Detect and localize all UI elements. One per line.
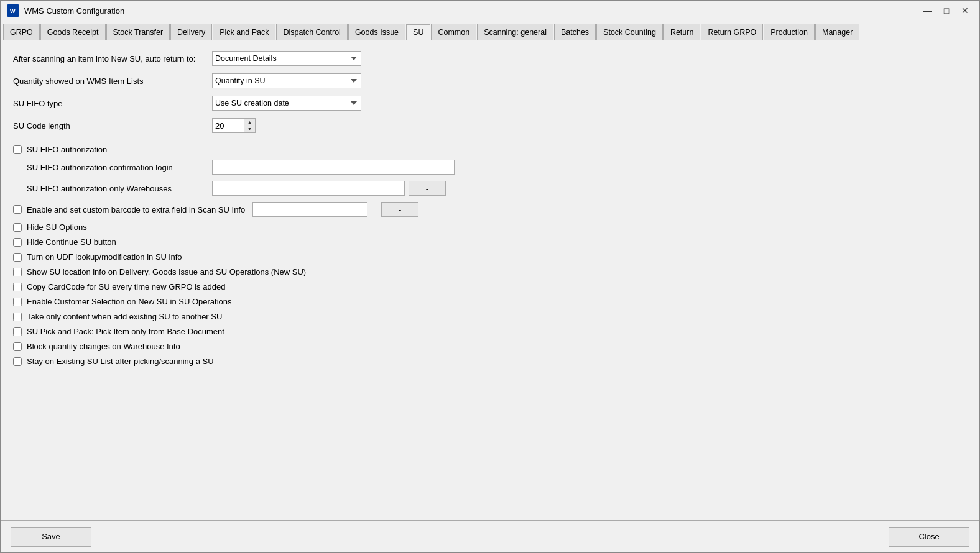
block-qty-label: Block quantity changes on Warehouse Info: [27, 342, 180, 351]
take-content-checkbox[interactable]: [13, 313, 22, 321]
su-pick-pack-row: SU Pick and Pack: Pick Item only from Ba…: [13, 327, 967, 336]
tab-pick-and-pack[interactable]: Pick and Pack: [213, 24, 275, 40]
qty-row: Quantity showed on WMS Item Lists Quanti…: [13, 73, 967, 89]
bottom-bar: Save Close: [1, 520, 979, 552]
su-code-length-input[interactable]: 20: [213, 119, 244, 132]
tab-goods-issue[interactable]: Goods Issue: [348, 24, 405, 40]
close-button[interactable]: Close: [889, 527, 969, 547]
block-qty-row: Block quantity changes on Warehouse Info: [13, 342, 967, 351]
auth-warehouses-dash-button[interactable]: -: [409, 181, 446, 196]
tab-scanning-general[interactable]: Scanning: general: [477, 24, 553, 40]
auth-warehouses-row: SU FIFO authorization only Warehouses -: [13, 181, 967, 196]
block-qty-checkbox[interactable]: [13, 342, 22, 351]
copy-cardcode-checkbox[interactable]: [13, 283, 22, 291]
tab-bar: GRPOGoods ReceiptStock TransferDeliveryP…: [1, 21, 979, 40]
tab-stock-counting[interactable]: Stock Counting: [596, 24, 663, 40]
fifo-auth-label: SU FIFO authorization: [27, 145, 107, 154]
customer-selection-row: Enable Customer Selection on New SU in S…: [13, 297, 967, 306]
scan-return-row: After scanning an item into New SU, auto…: [13, 50, 967, 66]
customer-selection-label: Enable Customer Selection on New SU in S…: [27, 297, 232, 306]
fifo-type-row: SU FIFO type Use SU creation dateUse ite…: [13, 95, 967, 111]
take-content-row: Take only content when add existing SU t…: [13, 312, 967, 321]
barcode-label: Enable and set custom barcode to extra f…: [27, 205, 245, 214]
svg-text:W: W: [10, 8, 16, 14]
tab-return-grpo[interactable]: Return GRPO: [701, 24, 763, 40]
stay-on-list-row: Stay on Existing SU List after picking/s…: [13, 357, 967, 366]
tab-delivery[interactable]: Delivery: [170, 24, 212, 40]
spin-down-button[interactable]: ▼: [244, 126, 255, 132]
su-pick-pack-label: SU Pick and Pack: Pick Item only from Ba…: [27, 327, 224, 336]
main-content: After scanning an item into New SU, auto…: [1, 40, 979, 520]
scan-return-label: After scanning an item into New SU, auto…: [13, 54, 212, 63]
take-content-label: Take only content when add existing SU t…: [27, 312, 222, 321]
hide-su-options-row: Hide SU Options: [13, 222, 967, 232]
qty-label: Quantity showed on WMS Item Lists: [13, 76, 212, 86]
hide-continue-label: Hide Continue SU button: [27, 237, 116, 247]
show-location-checkbox[interactable]: [13, 268, 22, 276]
tab-dispatch-control[interactable]: Dispatch Control: [276, 24, 347, 40]
fifo-auth-checkbox[interactable]: [13, 145, 22, 154]
save-button[interactable]: Save: [11, 527, 91, 547]
copy-cardcode-label: Copy CardCode for SU every time new GRPO…: [27, 282, 225, 291]
auth-warehouses-label: SU FIFO authorization only Warehouses: [27, 184, 212, 193]
hide-su-options-checkbox[interactable]: [13, 223, 22, 232]
auth-confirm-input[interactable]: [212, 160, 455, 175]
tab-production[interactable]: Production: [764, 24, 815, 40]
window-close-button[interactable]: ✕: [957, 4, 973, 17]
tab-grpo[interactable]: GRPO: [3, 24, 40, 40]
tab-stock-transfer[interactable]: Stock Transfer: [106, 24, 170, 40]
stay-on-list-checkbox[interactable]: [13, 357, 22, 366]
customer-selection-checkbox[interactable]: [13, 298, 22, 306]
copy-cardcode-row: Copy CardCode for SU every time new GRPO…: [13, 282, 967, 291]
main-window: W WMS Custom Configuration — □ ✕ GRPOGoo…: [0, 0, 980, 553]
fifo-type-select[interactable]: Use SU creation dateUse item date: [212, 96, 361, 111]
show-location-row: Show SU location info on Delivery, Goods…: [13, 267, 967, 276]
window-title: WMS Custom Configuration: [24, 6, 124, 16]
tab-su[interactable]: SU: [406, 24, 430, 40]
tab-manager[interactable]: Manager: [815, 24, 859, 40]
su-code-length-label: SU Code length: [13, 121, 212, 130]
show-location-label: Show SU location info on Delivery, Goods…: [27, 267, 306, 276]
qty-select[interactable]: Quantity in SUQuantity + SUQuantity: [212, 73, 361, 88]
barcode-dash-button[interactable]: -: [381, 202, 418, 217]
spin-up-button[interactable]: ▲: [244, 119, 255, 126]
hide-continue-row: Hide Continue SU button: [13, 237, 967, 247]
auth-warehouses-input[interactable]: [212, 181, 405, 196]
su-code-length-row: SU Code length 20 ▲ ▼: [13, 117, 967, 134]
barcode-checkbox[interactable]: [13, 205, 22, 214]
scan-return-select[interactable]: Document DetailsScan ItemSU List: [212, 51, 361, 66]
su-code-length-spinner: 20 ▲ ▼: [212, 118, 256, 133]
su-pick-pack-checkbox[interactable]: [13, 327, 22, 336]
tab-common[interactable]: Common: [431, 24, 476, 40]
fifo-type-label: SU FIFO type: [13, 99, 212, 108]
barcode-extra-input[interactable]: [252, 202, 368, 217]
minimize-button[interactable]: —: [920, 4, 936, 17]
fifo-auth-row: SU FIFO authorization: [13, 145, 967, 154]
app-icon: W: [7, 4, 19, 17]
hide-su-options-label: Hide SU Options: [27, 222, 87, 232]
udf-lookup-label: Turn on UDF lookup/modification in SU in…: [27, 252, 182, 262]
tab-return[interactable]: Return: [663, 24, 701, 40]
title-bar: W WMS Custom Configuration — □ ✕: [1, 1, 979, 21]
maximize-button[interactable]: □: [938, 4, 955, 17]
auth-confirm-row: SU FIFO authorization confirmation login: [13, 160, 967, 175]
auth-confirm-label: SU FIFO authorization confirmation login: [27, 163, 212, 172]
tab-goods-receipt[interactable]: Goods Receipt: [40, 24, 106, 40]
udf-lookup-checkbox[interactable]: [13, 253, 22, 262]
stay-on-list-label: Stay on Existing SU List after picking/s…: [27, 357, 214, 366]
udf-lookup-row: Turn on UDF lookup/modification in SU in…: [13, 252, 967, 262]
tab-batches[interactable]: Batches: [554, 24, 596, 40]
barcode-row: Enable and set custom barcode to extra f…: [13, 202, 967, 217]
hide-continue-checkbox[interactable]: [13, 238, 22, 247]
